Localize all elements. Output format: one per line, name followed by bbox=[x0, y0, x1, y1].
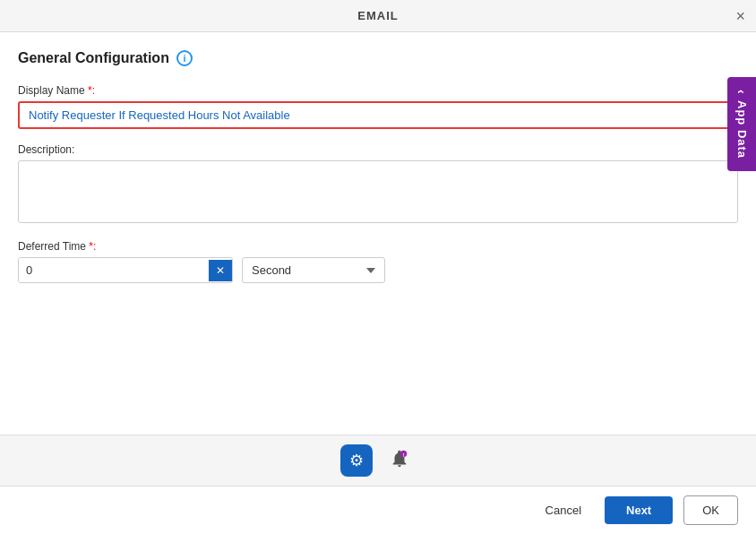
close-button[interactable]: × bbox=[735, 8, 745, 24]
modal: EMAIL × ‹ App Data General Configuration… bbox=[0, 0, 756, 534]
required-indicator: *: bbox=[85, 84, 95, 97]
deferred-time-row: ✕ Second Minute Hour Day bbox=[18, 257, 738, 283]
display-name-field: Display Name *: bbox=[18, 84, 738, 129]
app-data-sidebar[interactable]: ‹ App Data bbox=[727, 77, 756, 171]
title-bar: EMAIL × bbox=[0, 0, 756, 32]
deferred-time-label: Deferred Time *: bbox=[18, 240, 738, 253]
deferred-time-input[interactable] bbox=[19, 258, 209, 282]
icon-bar: ⚙ ! bbox=[0, 435, 756, 486]
section-title: General Configuration bbox=[18, 50, 169, 66]
display-name-label: Display Name *: bbox=[18, 84, 738, 97]
info-icon[interactable]: i bbox=[176, 50, 193, 66]
app-data-label: App Data bbox=[735, 100, 749, 159]
description-input[interactable] bbox=[18, 160, 738, 223]
bell-icon: ! bbox=[390, 449, 409, 473]
main-content: ‹ App Data General Configuration i Displ… bbox=[0, 32, 756, 435]
gear-button[interactable]: ⚙ bbox=[340, 444, 373, 477]
deferred-input-wrap: ✕ bbox=[18, 257, 233, 283]
gear-icon: ⚙ bbox=[349, 451, 364, 470]
modal-title: EMAIL bbox=[357, 9, 398, 22]
deferred-time-field: Deferred Time *: ✕ Second Minute Hour Da… bbox=[18, 240, 738, 283]
section-heading: General Configuration i bbox=[18, 50, 738, 66]
cancel-button[interactable]: Cancel bbox=[533, 496, 594, 524]
description-field: Description: bbox=[18, 143, 738, 226]
clear-deferred-button[interactable]: ✕ bbox=[209, 260, 232, 281]
description-label: Description: bbox=[18, 143, 738, 156]
notification-button[interactable]: ! bbox=[383, 444, 416, 477]
required-indicator-2: *: bbox=[86, 240, 96, 253]
display-name-input[interactable] bbox=[18, 101, 738, 129]
chevron-icon: ‹ bbox=[735, 90, 749, 95]
ok-button[interactable]: OK bbox=[683, 495, 738, 525]
unit-select[interactable]: Second Minute Hour Day bbox=[242, 257, 385, 283]
svg-text:!: ! bbox=[403, 452, 405, 457]
next-button[interactable]: Next bbox=[605, 496, 673, 524]
footer: Cancel Next OK bbox=[0, 486, 756, 534]
